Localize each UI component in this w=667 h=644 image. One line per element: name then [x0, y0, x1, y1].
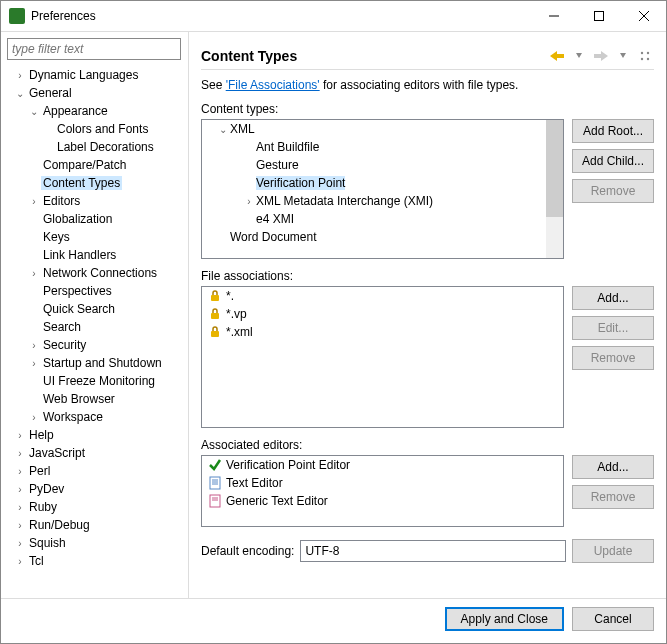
nav-item[interactable]: ›Network Connections — [7, 264, 188, 282]
nav-item[interactable]: Search — [7, 318, 188, 336]
svg-rect-10 — [211, 331, 219, 337]
twisty-icon: › — [13, 430, 27, 441]
lock-icon — [208, 325, 222, 339]
add-fa-button[interactable]: Add... — [572, 286, 654, 310]
content-type-item[interactable]: ⌄XML — [202, 120, 563, 138]
nav-label: Link Handlers — [41, 248, 118, 262]
nav-item[interactable]: ›JavaScript — [7, 444, 188, 462]
edit-fa-button[interactable]: Edit... — [572, 316, 654, 340]
nav-label: Squish — [27, 536, 68, 550]
nav-item[interactable]: ›Squish — [7, 534, 188, 552]
nav-item[interactable]: Globalization — [7, 210, 188, 228]
remove-fa-button[interactable]: Remove — [572, 346, 654, 370]
svg-point-5 — [647, 51, 649, 53]
nav-item[interactable]: ›Ruby — [7, 498, 188, 516]
file-associations-link[interactable]: 'File Associations' — [226, 78, 320, 92]
nav-label: Quick Search — [41, 302, 117, 316]
back-button[interactable] — [548, 47, 566, 65]
pattern: *. — [226, 289, 234, 303]
add-editor-button[interactable]: Add... — [572, 455, 654, 479]
file-assoc-list[interactable]: *.*.vp*.xml — [201, 286, 564, 428]
svg-rect-11 — [210, 477, 220, 489]
scrollbar[interactable] — [546, 120, 563, 258]
nav-item[interactable]: ›Editors — [7, 192, 188, 210]
menu-button[interactable] — [636, 47, 654, 65]
nav-item[interactable]: ›Run/Debug — [7, 516, 188, 534]
nav-item[interactable]: ›Tcl — [7, 552, 188, 570]
sidebar: ›Dynamic Languages⌄General⌄AppearanceCol… — [1, 32, 189, 598]
assoc-editors-label: Associated editors: — [201, 438, 654, 452]
nav-item[interactable]: Link Handlers — [7, 246, 188, 264]
twisty-icon: ⌄ — [216, 124, 230, 135]
encoding-input[interactable] — [300, 540, 566, 562]
editor-item[interactable]: Verification Point Editor — [202, 456, 563, 474]
page-title: Content Types — [201, 48, 544, 64]
nav-item[interactable]: Web Browser — [7, 390, 188, 408]
editor-name: Verification Point Editor — [226, 458, 350, 472]
remove-editor-button[interactable]: Remove — [572, 485, 654, 509]
nav-item[interactable]: Label Decorations — [7, 138, 188, 156]
add-child-button[interactable]: Add Child... — [572, 149, 654, 173]
file-assoc-item[interactable]: *. — [202, 287, 563, 305]
nav-label: Editors — [41, 194, 82, 208]
nav-item[interactable]: Colors and Fonts — [7, 120, 188, 138]
close-button[interactable] — [621, 1, 666, 31]
cancel-button[interactable]: Cancel — [572, 607, 654, 631]
editor-item[interactable]: Generic Text Editor — [202, 492, 563, 510]
nav-item[interactable]: ›Help — [7, 426, 188, 444]
content-type-item[interactable]: Word Document — [202, 228, 563, 246]
maximize-button[interactable] — [576, 1, 621, 31]
apply-and-close-button[interactable]: Apply and Close — [445, 607, 564, 631]
twisty-icon: › — [13, 448, 27, 459]
nav-item[interactable]: ›Startup and Shutdown — [7, 354, 188, 372]
ct-label: Gesture — [256, 158, 299, 172]
content-type-item[interactable]: e4 XMI — [202, 210, 563, 228]
nav-tree[interactable]: ›Dynamic Languages⌄General⌄AppearanceCol… — [7, 64, 188, 598]
nav-label: Dynamic Languages — [27, 68, 140, 82]
content-header: Content Types — [201, 42, 654, 70]
twisty-icon: › — [27, 268, 41, 279]
nav-item[interactable]: ›PyDev — [7, 480, 188, 498]
forward-menu[interactable] — [614, 47, 632, 65]
content-types-tree[interactable]: ⌄XMLAnt BuildfileGestureVerification Poi… — [201, 119, 564, 259]
svg-point-6 — [641, 57, 643, 59]
nav-item[interactable]: UI Freeze Monitoring — [7, 372, 188, 390]
content-type-item[interactable]: Verification Point — [202, 174, 563, 192]
twisty-icon: › — [13, 70, 27, 81]
twisty-icon: › — [27, 196, 41, 207]
remove-ct-button[interactable]: Remove — [572, 179, 654, 203]
nav-item[interactable]: ⌄Appearance — [7, 102, 188, 120]
add-root-button[interactable]: Add Root... — [572, 119, 654, 143]
update-button[interactable]: Update — [572, 539, 654, 563]
nav-item[interactable]: ›Perl — [7, 462, 188, 480]
svg-point-7 — [647, 57, 649, 59]
nav-item[interactable]: Quick Search — [7, 300, 188, 318]
content-type-item[interactable]: ›XML Metadata Interchange (XMI) — [202, 192, 563, 210]
main-area: ›Dynamic Languages⌄General⌄AppearanceCol… — [1, 31, 666, 598]
file-assoc-item[interactable]: *.xml — [202, 323, 563, 341]
forward-button[interactable] — [592, 47, 610, 65]
content-panel: Content Types See 'File Associations' fo… — [189, 32, 666, 598]
nav-item[interactable]: Keys — [7, 228, 188, 246]
editor-icon — [208, 458, 222, 472]
nav-item[interactable]: ⌄General — [7, 84, 188, 102]
back-menu[interactable] — [570, 47, 588, 65]
nav-item[interactable]: ›Dynamic Languages — [7, 66, 188, 84]
nav-item[interactable]: ›Security — [7, 336, 188, 354]
assoc-editors-list[interactable]: Verification Point EditorText EditorGene… — [201, 455, 564, 527]
footer: Apply and Close Cancel — [1, 598, 666, 643]
filter-input[interactable] — [7, 38, 181, 60]
nav-item[interactable]: Compare/Patch — [7, 156, 188, 174]
file-assoc-item[interactable]: *.vp — [202, 305, 563, 323]
nav-item[interactable]: ›Workspace — [7, 408, 188, 426]
content-type-item[interactable]: Ant Buildfile — [202, 138, 563, 156]
content-type-item[interactable]: Gesture — [202, 156, 563, 174]
file-assoc-label: File associations: — [201, 269, 654, 283]
editor-icon — [208, 476, 222, 490]
nav-item[interactable]: Content Types — [7, 174, 188, 192]
nav-item[interactable]: Perspectives — [7, 282, 188, 300]
twisty-icon: › — [27, 358, 41, 369]
minimize-button[interactable] — [531, 1, 576, 31]
editor-item[interactable]: Text Editor — [202, 474, 563, 492]
scroll-thumb[interactable] — [546, 120, 563, 217]
